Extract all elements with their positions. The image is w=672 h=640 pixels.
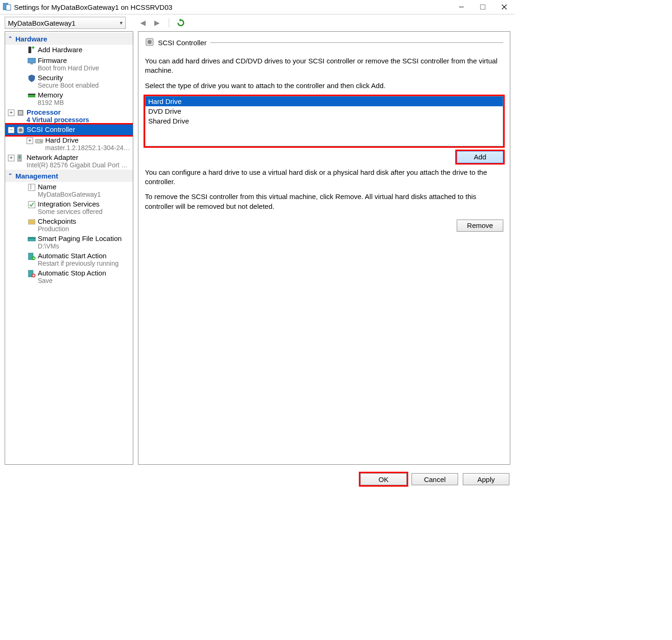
settings-tree: ⌃ Hardware Add Hardware FirmwareBoot fro… <box>5 32 133 464</box>
window-title: Settings for MyDataBoxGateway1 on HCSSRV… <box>14 3 451 11</box>
name-icon: I <box>27 183 36 192</box>
detail-panel: SCSI Controller You can add hard drives … <box>138 31 510 465</box>
tree-item-security[interactable]: SecuritySecure Boot enabled <box>5 73 133 90</box>
window-titlebar: Settings for MyDataBoxGateway1 on HCSSRV… <box>0 0 515 14</box>
scsi-icon <box>145 37 154 48</box>
auto-start-icon <box>27 252 36 261</box>
detail-paragraph: To remove the SCSI controller from this … <box>145 192 503 211</box>
expand-icon[interactable]: + <box>8 155 14 161</box>
nav-back-button[interactable]: ◀ <box>138 18 148 28</box>
svg-rect-18 <box>35 139 43 143</box>
svg-point-35 <box>148 40 152 44</box>
tree-item-firmware[interactable]: FirmwareBoot from Hard Drive <box>5 55 133 73</box>
tree-item-scsi-controller[interactable]: − SCSI Controller <box>5 124 133 135</box>
vm-selector-dropdown[interactable]: MyDataBoxGateway1 ▾ <box>5 17 126 29</box>
detail-paragraph: You can add hard drives and CD/DVD drive… <box>145 56 503 76</box>
minimize-button[interactable] <box>451 0 472 14</box>
svg-rect-3 <box>480 5 485 9</box>
monitor-icon <box>27 57 36 65</box>
svg-text:I: I <box>30 183 32 191</box>
dialog-button-row: OK Cancel Apply <box>0 469 515 489</box>
chevron-down-icon: ▾ <box>120 20 123 26</box>
tree-item-auto-stop[interactable]: Automatic Stop ActionSave <box>5 268 133 285</box>
drive-option-hard-drive[interactable]: Hard Drive <box>145 96 503 106</box>
tree-item-smart-paging[interactable]: Smart Paging File LocationD:\VMs <box>5 234 133 251</box>
detail-paragraph: You can configure a hard drive to use a … <box>145 168 503 187</box>
close-button[interactable] <box>494 0 515 14</box>
ok-button[interactable]: OK <box>360 473 407 485</box>
vm-selector-label: MyDataBoxGateway1 <box>8 19 75 27</box>
auto-stop-icon <box>27 269 36 278</box>
expand-icon[interactable]: + <box>8 110 14 116</box>
settings-tree-panel: ⌃ Hardware Add Hardware FirmwareBoot fro… <box>5 31 133 465</box>
drive-type-listbox[interactable]: Hard Drive DVD Drive Shared Drive <box>145 96 503 146</box>
maximize-button[interactable] <box>472 0 494 14</box>
svg-rect-11 <box>30 63 33 64</box>
svg-rect-7 <box>28 47 31 53</box>
detail-title: SCSI Controller <box>158 39 206 47</box>
expand-icon[interactable]: + <box>27 138 33 144</box>
add-button[interactable]: Add <box>457 151 503 163</box>
processor-icon <box>16 109 25 117</box>
svg-rect-21 <box>19 156 21 158</box>
svg-marker-6 <box>179 19 181 21</box>
disk-icon <box>35 137 43 145</box>
svg-rect-15 <box>19 111 22 115</box>
tree-item-checkpoints[interactable]: CheckpointsProduction <box>5 216 133 234</box>
tree-item-name[interactable]: I NameMyDataBoxGateway1 <box>5 182 133 199</box>
header-rule <box>210 42 503 43</box>
shield-icon <box>27 74 36 83</box>
tree-item-network-adapter[interactable]: + Network AdapterIntel(R) 82576 Gigabit … <box>5 152 133 170</box>
refresh-button[interactable] <box>176 18 186 28</box>
tree-item-hard-drive[interactable]: + Hard Drivemaster.1.2.18252.1-304-2472.… <box>5 135 133 152</box>
paging-icon <box>27 235 36 243</box>
checkpoint-icon <box>27 218 36 226</box>
scsi-icon <box>16 126 25 134</box>
hardware-section-header[interactable]: ⌃ Hardware <box>5 33 133 45</box>
svg-rect-10 <box>28 58 35 63</box>
memory-icon <box>27 91 36 100</box>
collapse-icon[interactable]: − <box>8 127 14 133</box>
tree-item-memory[interactable]: Memory8192 MB <box>5 90 133 107</box>
integration-icon <box>27 200 36 209</box>
tree-item-add-hardware[interactable]: Add Hardware <box>5 45 133 55</box>
management-section-header[interactable]: ⌃ Management <box>5 170 133 182</box>
remove-button[interactable]: Remove <box>457 220 503 232</box>
detail-header: SCSI Controller <box>145 37 503 48</box>
drive-option-dvd-drive[interactable]: DVD Drive <box>145 106 503 116</box>
svg-rect-33 <box>33 275 34 276</box>
svg-rect-13 <box>28 94 35 95</box>
svg-rect-9 <box>33 46 34 49</box>
svg-rect-1 <box>6 5 11 10</box>
svg-rect-25 <box>28 220 35 224</box>
collapse-icon: ⌃ <box>8 172 13 179</box>
cancel-button[interactable]: Cancel <box>411 473 458 485</box>
collapse-icon: ⌃ <box>8 35 13 42</box>
network-icon <box>16 154 25 162</box>
svg-point-19 <box>41 141 42 142</box>
svg-point-17 <box>19 128 22 132</box>
detail-paragraph: Select the type of drive you want to att… <box>145 81 503 90</box>
tree-item-integration-services[interactable]: Integration ServicesSome services offere… <box>5 199 133 216</box>
tree-item-auto-start[interactable]: Automatic Start ActionRestart if previou… <box>5 251 133 268</box>
svg-rect-27 <box>28 237 35 239</box>
apply-button[interactable]: Apply <box>463 473 509 485</box>
add-hardware-icon <box>27 46 36 55</box>
nav-forward-button[interactable]: ▶ <box>152 18 162 28</box>
tree-item-processor[interactable]: + Processor4 Virtual processors <box>5 107 133 124</box>
settings-icon <box>3 3 11 11</box>
drive-option-shared-drive[interactable]: Shared Drive <box>145 116 503 126</box>
toolbar: MyDataBoxGateway1 ▾ ◀ ▶ <box>0 14 515 31</box>
